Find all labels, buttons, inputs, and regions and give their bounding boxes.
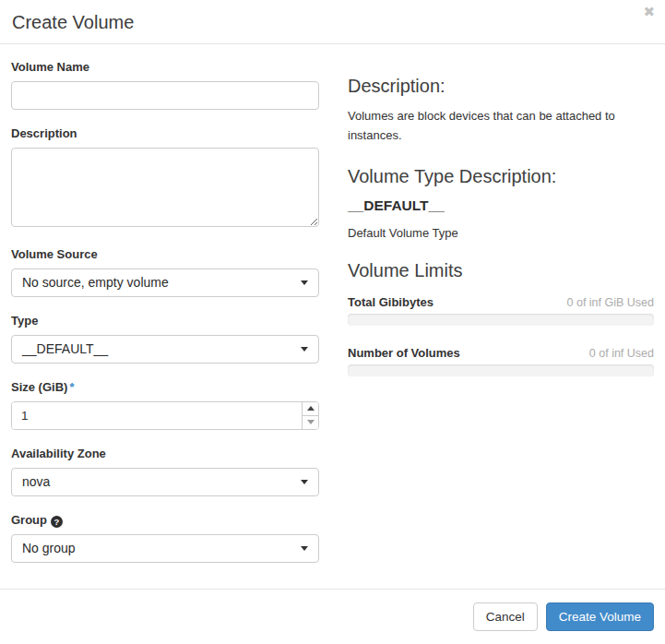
- total-gibibytes-progress-bar: [348, 314, 654, 326]
- chevron-down-icon: [301, 280, 308, 285]
- volume-type-name: __DEFAULT__: [348, 197, 654, 214]
- type-selected-value: __DEFAULT__: [22, 341, 108, 356]
- limit-row: Number of Volumes 0 of inf Used: [348, 346, 654, 360]
- volume-name-input[interactable]: [11, 81, 319, 110]
- modal-title: Create Volume: [12, 12, 652, 32]
- size-label-text: Size (GiB): [11, 380, 67, 394]
- availability-zone-select[interactable]: nova: [11, 468, 319, 496]
- stepper-down-button[interactable]: [303, 416, 318, 429]
- volume-limits-heading: Volume Limits: [348, 260, 654, 281]
- chevron-down-icon: [301, 480, 308, 484]
- limit-label: Number of Volumes: [348, 346, 460, 360]
- group-selected-value: No group: [22, 541, 76, 555]
- volume-source-group: Volume Source No source, empty volume: [11, 248, 319, 297]
- limit-usage: 0 of inf Used: [589, 347, 654, 360]
- availability-zone-group: Availability Zone nova: [11, 447, 319, 496]
- limit-label: Total Gibibytes: [348, 295, 433, 309]
- type-label: Type: [11, 315, 319, 328]
- volume-source-select[interactable]: No source, empty volume: [11, 268, 319, 297]
- triangle-up-icon: [307, 406, 315, 411]
- type-select[interactable]: __DEFAULT__: [11, 335, 319, 364]
- create-volume-button[interactable]: Create Volume: [546, 602, 654, 632]
- required-asterisk: *: [69, 380, 74, 394]
- availability-zone-label: Availability Zone: [11, 447, 319, 461]
- close-icon[interactable]: ✖: [643, 6, 655, 19]
- size-stepper: [302, 402, 318, 429]
- group-label-text: Group: [11, 513, 47, 527]
- limit-row: Total Gibibytes 0 of inf GiB Used: [348, 295, 654, 309]
- volume-type-description: Default Volume Type: [348, 226, 654, 240]
- type-group: Type __DEFAULT__: [11, 315, 319, 364]
- size-label: Size (GiB)*: [11, 381, 319, 395]
- triangle-down-icon: [307, 420, 315, 424]
- info-column: Description: Volumes are block devices t…: [348, 61, 654, 589]
- volume-source-label: Volume Source: [11, 248, 319, 262]
- chevron-down-icon: [301, 347, 308, 352]
- availability-zone-selected-value: nova: [22, 474, 50, 489]
- create-volume-modal: Create Volume ✖ Volume Name Description …: [0, 0, 665, 644]
- volume-name-label: Volume Name: [11, 61, 319, 75]
- limit-usage: 0 of inf GiB Used: [567, 296, 655, 309]
- size-input[interactable]: [12, 402, 302, 429]
- description-text: Volumes are block devices that can be at…: [348, 107, 654, 146]
- modal-body: Volume Name Description Volume Source No…: [0, 44, 665, 589]
- number-of-volumes-progress-bar: [348, 364, 654, 376]
- description-group: Description: [11, 127, 319, 231]
- volume-type-description-heading: Volume Type Description:: [348, 166, 654, 187]
- volume-source-selected-value: No source, empty volume: [22, 275, 169, 290]
- size-group: Size (GiB)*: [11, 381, 319, 430]
- volume-name-group: Volume Name: [11, 61, 319, 110]
- question-circle-icon[interactable]: ?: [51, 516, 63, 528]
- description-textarea[interactable]: [11, 148, 319, 227]
- modal-footer: Cancel Create Volume: [0, 589, 665, 644]
- form-column: Volume Name Description Volume Source No…: [11, 61, 319, 589]
- cancel-button[interactable]: Cancel: [473, 602, 538, 632]
- group-group: Group? No group: [11, 514, 319, 563]
- stepper-up-button[interactable]: [303, 402, 318, 416]
- group-label: Group?: [11, 514, 319, 528]
- group-select[interactable]: No group: [11, 534, 319, 563]
- modal-header: Create Volume ✖: [0, 0, 665, 44]
- description-label: Description: [11, 127, 319, 141]
- size-input-wrap: [11, 401, 319, 430]
- description-heading: Description:: [348, 76, 654, 97]
- chevron-down-icon: [301, 546, 308, 551]
